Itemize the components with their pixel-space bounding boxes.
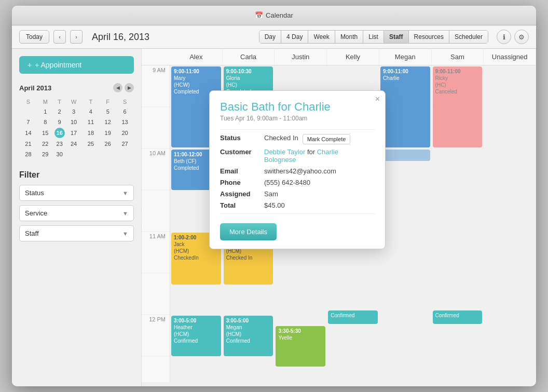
tab-4day[interactable]: 4 Day xyxy=(281,31,308,43)
toolbar: Today ‹ › April 16, 2013 Day 4 Day Week … xyxy=(12,25,536,49)
cal-day xyxy=(100,150,116,159)
event-sam-2[interactable]: Confirmed xyxy=(433,310,483,324)
tab-day[interactable]: Day xyxy=(259,31,281,43)
cal-day[interactable]: 15 xyxy=(37,128,53,138)
filter-service[interactable]: Service ▼ xyxy=(19,205,134,221)
cal-day[interactable]: 3 xyxy=(66,107,82,116)
cal-day[interactable]: 24 xyxy=(66,139,82,148)
filter-status[interactable]: Status ▼ xyxy=(19,185,134,201)
mini-calendar: April 2013 ◀ ▶ S M T W T F xyxy=(19,83,134,160)
cal-day xyxy=(83,150,99,159)
cal-day[interactable]: 29 xyxy=(37,150,53,159)
staff-col-unassigned: Unassigned xyxy=(484,49,536,65)
event-carla-4[interactable]: 3:00-5:00 Megan (HCM) Confirmed xyxy=(224,316,273,356)
view-tabs: Day 4 Day Week Month List Staff Resource… xyxy=(259,30,488,44)
cal-day-today[interactable]: 16 xyxy=(54,128,65,138)
tab-list[interactable]: List xyxy=(363,31,384,43)
filter-staff[interactable]: Staff ▼ xyxy=(19,225,134,241)
dow-s2: S xyxy=(117,98,133,106)
cal-day[interactable]: 26 xyxy=(100,139,116,148)
staff-col-kelly: Kelly xyxy=(327,49,379,65)
cal-day[interactable]: 19 xyxy=(100,128,116,138)
mark-complete-button[interactable]: Mark Complete xyxy=(303,134,351,144)
cal-day[interactable]: 1 xyxy=(37,107,53,116)
staff-events-sam: 9:00-11:00 Ricky (HC) Canceled Confirmed xyxy=(432,65,484,382)
dow-f: F xyxy=(100,98,116,106)
popup-row-customer: Customer Debbie Taylor for CharlieBologn… xyxy=(220,148,375,164)
popup-label-customer: Customer xyxy=(220,148,264,164)
popup-title: Basic Bath for Charlie xyxy=(220,100,375,114)
cal-day[interactable]: 23 xyxy=(54,139,65,148)
tab-staff[interactable]: Staff xyxy=(384,31,409,43)
cal-day[interactable]: 5 xyxy=(100,107,116,116)
add-appointment-label: + Appointment xyxy=(35,61,81,69)
info-button[interactable]: ℹ xyxy=(497,30,511,44)
cal-day[interactable]: 14 xyxy=(20,128,36,138)
popup-divider xyxy=(220,129,375,130)
event-megan-1[interactable]: 9:00-11:00 Charlie xyxy=(380,66,430,147)
cal-day[interactable]: 12 xyxy=(100,117,116,127)
next-button[interactable]: › xyxy=(70,30,83,44)
event-sam-1[interactable]: 9:00-11:00 Ricky (HC) Canceled xyxy=(433,66,483,147)
cal-day[interactable]: 22 xyxy=(37,139,53,148)
calendar-area: Alex Carla Justin Kelly Megan Sam Unassi… xyxy=(142,49,536,386)
popup-value-status: Checked In xyxy=(264,134,298,144)
event-kelly-1[interactable]: Confirmed xyxy=(328,310,378,324)
tab-month[interactable]: Month xyxy=(335,31,363,43)
cal-day[interactable] xyxy=(20,107,36,116)
popup-label-phone: Phone xyxy=(220,179,264,186)
popup-row-assigned: Assigned Sam xyxy=(220,190,375,198)
cal-day[interactable]: 13 xyxy=(117,117,133,127)
mini-cal-grid: S M T W T F S 1 2 xyxy=(19,97,134,160)
cal-day[interactable]: 28 xyxy=(20,150,36,159)
cal-day[interactable]: 11 xyxy=(83,117,99,127)
tab-scheduler[interactable]: Scheduler xyxy=(449,31,488,43)
cal-day[interactable]: 8 xyxy=(37,117,53,127)
time-10am: 10 AM xyxy=(142,148,170,190)
prev-button[interactable]: ‹ xyxy=(53,30,66,44)
time-half9 xyxy=(142,107,170,148)
event-justin-1[interactable]: 3:30-5:30 Yvelle xyxy=(276,326,325,367)
event-alex-4[interactable]: 3:00-5:00 Heather (HCM) Confirmed xyxy=(171,316,221,356)
mini-cal-next[interactable]: ▶ xyxy=(125,83,134,92)
dow-t2: T xyxy=(83,98,99,106)
cal-day[interactable]: 20 xyxy=(117,128,133,138)
cal-day[interactable]: 27 xyxy=(117,139,133,148)
add-appointment-button[interactable]: + + Appointment xyxy=(19,56,134,74)
cal-day[interactable]: 18 xyxy=(83,128,99,138)
staff-col-justin: Justin xyxy=(275,49,327,65)
filter-staff-label: Staff xyxy=(25,229,39,237)
tab-resources[interactable]: Resources xyxy=(409,31,449,43)
more-details-button[interactable]: More Details xyxy=(220,223,277,240)
cal-day[interactable]: 4 xyxy=(83,107,99,116)
event-megan-2[interactable] xyxy=(380,150,430,161)
popup-row-total: Total $45.00 xyxy=(220,201,375,209)
popup-value-email: swithers42@yahoo.com xyxy=(264,167,336,175)
cal-day[interactable]: 17 xyxy=(66,128,82,138)
cal-day[interactable]: 25 xyxy=(83,139,99,148)
cal-day[interactable]: 6 xyxy=(117,107,133,116)
cal-day[interactable]: 9 xyxy=(54,117,65,127)
today-button[interactable]: Today xyxy=(19,30,49,44)
settings-button[interactable]: ⚙ xyxy=(514,30,529,44)
cal-day[interactable]: 2 xyxy=(54,107,65,116)
cal-day[interactable]: 10 xyxy=(66,117,82,127)
staff-col-alex: Alex xyxy=(170,49,223,65)
cal-day[interactable]: 30 xyxy=(54,150,65,159)
dow-w: W xyxy=(66,98,82,106)
filter-service-label: Service xyxy=(25,209,47,217)
mini-cal-nav: ◀ ▶ xyxy=(113,83,134,92)
dow-s: S xyxy=(20,98,36,106)
plus-icon: + xyxy=(28,61,32,69)
time-half11 xyxy=(142,273,170,315)
tab-week[interactable]: Week xyxy=(308,31,335,43)
main-content: + + Appointment April 2013 ◀ ▶ S M xyxy=(12,49,536,386)
cal-day xyxy=(66,150,82,159)
customer-link[interactable]: Debbie Taylor xyxy=(264,148,305,156)
cal-day[interactable]: 21 xyxy=(20,139,36,148)
popup-subtitle: Tues Apr 16, 9:00am - 11:00am xyxy=(220,115,375,122)
cal-day[interactable]: 7 xyxy=(20,117,36,127)
filter-section: Filter Status ▼ Service ▼ Staff ▼ xyxy=(19,170,134,241)
popup-close-button[interactable]: × xyxy=(375,95,380,103)
mini-cal-prev[interactable]: ◀ xyxy=(113,83,122,92)
